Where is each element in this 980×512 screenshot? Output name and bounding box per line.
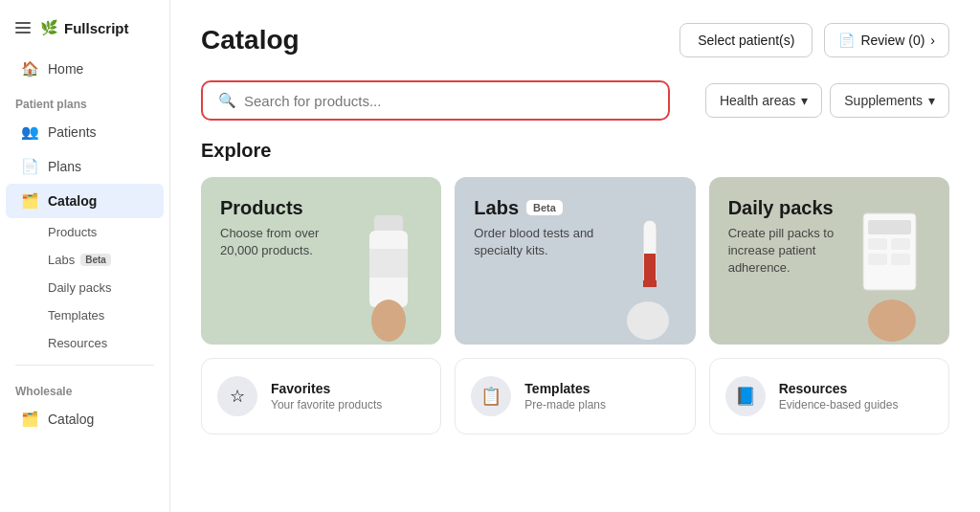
filter-buttons: Health areas ▾ Supplements ▾ xyxy=(705,83,949,118)
products-card[interactable]: Products Choose from over 20,000 product… xyxy=(201,177,441,345)
labs-card-text: Labs Beta Order blood tests and specialt… xyxy=(474,196,618,259)
health-areas-label: Health areas xyxy=(720,93,795,108)
labs-card-image xyxy=(619,196,677,345)
svg-rect-13 xyxy=(868,254,887,265)
labs-card-beta: Beta xyxy=(526,200,563,215)
header-actions: Select patient(s) 📄 Review (0) › xyxy=(679,23,949,57)
products-card-image xyxy=(355,196,422,345)
chevron-down-icon-2: ▾ xyxy=(928,93,935,108)
products-card-desc: Choose from over 20,000 products. xyxy=(220,225,355,259)
resources-card[interactable]: 📘 Resources Evidence-based guides xyxy=(709,358,949,434)
templates-icon: 📋 xyxy=(471,376,511,416)
explore-section: Explore Products Choose from over 20,000… xyxy=(170,140,980,457)
catalog-icon: 🗂️ xyxy=(21,192,38,210)
explore-title: Explore xyxy=(201,140,949,162)
hamburger-icon[interactable] xyxy=(15,22,31,33)
labs-card-title-row: Labs Beta xyxy=(474,196,618,219)
sidebar-catalog-label: Catalog xyxy=(48,193,97,209)
logo: 🌿 Fullscript xyxy=(40,19,129,36)
sidebar-sub-labs[interactable]: Labs Beta xyxy=(6,246,164,274)
templates-card-text: Templates Pre-made plans xyxy=(524,381,606,412)
logo-icon: 🌿 xyxy=(40,19,58,36)
home-icon: 🏠 xyxy=(21,60,38,78)
supplements-button[interactable]: Supplements ▾ xyxy=(830,83,949,118)
supplements-label: Supplements xyxy=(844,93,923,108)
sidebar-patients-label: Patients xyxy=(48,124,97,140)
labs-card-title: Labs xyxy=(474,196,519,219)
favorites-card-desc: Your favorite products xyxy=(271,398,382,412)
sidebar-wholesale-catalog-label: Catalog xyxy=(48,412,94,427)
sidebar-item-plans[interactable]: 📄 Plans xyxy=(6,149,164,184)
labs-beta-badge: Beta xyxy=(80,254,111,266)
health-areas-button[interactable]: Health areas ▾ xyxy=(705,83,822,118)
wholesale-catalog-icon: 🗂️ xyxy=(21,411,38,428)
svg-rect-0 xyxy=(374,215,403,233)
search-area: 🔍 Health areas ▾ Supplements ▾ xyxy=(170,73,980,140)
logo-text: Fullscript xyxy=(64,20,129,36)
sidebar-sub-products[interactable]: Products xyxy=(6,218,164,246)
page-title: Catalog xyxy=(201,25,300,56)
search-input[interactable] xyxy=(244,93,653,109)
labs-card[interactable]: Labs Beta Order blood tests and specialt… xyxy=(455,177,695,345)
sidebar-item-wholesale-catalog[interactable]: 🗂️ Catalog xyxy=(6,402,164,436)
chevron-down-icon: ▾ xyxy=(801,93,808,108)
plans-icon: 📄 xyxy=(21,158,38,175)
svg-point-8 xyxy=(868,300,916,342)
templates-card[interactable]: 📋 Templates Pre-made plans xyxy=(455,358,695,434)
products-card-text: Products Choose from over 20,000 product… xyxy=(220,196,355,259)
review-button[interactable]: 📄 Review (0) › xyxy=(824,23,949,57)
search-wrapper: 🔍 xyxy=(201,80,670,121)
daily-packs-card-text: Daily packs Create pill packs to increas… xyxy=(728,196,844,278)
svg-rect-12 xyxy=(891,238,910,250)
sidebar-divider xyxy=(15,365,154,366)
pill-pack-svg xyxy=(844,196,930,345)
review-icon: 📄 xyxy=(838,33,855,48)
top-cards-grid: Products Choose from over 20,000 product… xyxy=(201,177,949,345)
sidebar: 🌿 Fullscript 🏠 Home Patient plans 👥 Pati… xyxy=(0,0,170,512)
daily-packs-card-image xyxy=(844,196,930,345)
sidebar-sub-resources[interactable]: Resources xyxy=(6,329,164,357)
templates-card-desc: Pre-made plans xyxy=(524,398,606,412)
main-content: Catalog Select patient(s) 📄 Review (0) ›… xyxy=(170,0,980,512)
resources-card-text: Resources Evidence-based guides xyxy=(779,381,899,412)
sidebar-item-home[interactable]: 🏠 Home xyxy=(6,52,164,86)
search-container: 🔍 xyxy=(201,80,670,121)
select-patient-button[interactable]: Select patient(s) xyxy=(679,23,813,57)
sidebar-plans-label: Plans xyxy=(48,159,81,174)
svg-rect-7 xyxy=(643,280,657,287)
favorites-icon: ☆ xyxy=(217,376,257,416)
patient-plans-label: Patient plans xyxy=(0,86,169,115)
page-header: Catalog Select patient(s) 📄 Review (0) › xyxy=(170,0,980,73)
svg-point-4 xyxy=(627,301,669,340)
favorites-card-title: Favorites xyxy=(271,381,382,396)
sidebar-sub-daily-packs[interactable]: Daily packs xyxy=(6,274,164,301)
sidebar-sub-templates[interactable]: Templates xyxy=(6,301,164,329)
sidebar-item-patients[interactable]: 👥 Patients xyxy=(6,115,164,149)
review-label: Review (0) xyxy=(860,33,924,48)
resources-card-title: Resources xyxy=(779,381,899,396)
pill-bottle-svg xyxy=(355,196,422,345)
search-icon: 🔍 xyxy=(218,92,236,109)
patients-icon: 👥 xyxy=(21,123,38,141)
resources-icon: 📘 xyxy=(725,376,766,416)
favorites-card-text: Favorites Your favorite products xyxy=(271,381,382,412)
svg-point-3 xyxy=(371,300,406,342)
favorites-card[interactable]: ☆ Favorites Your favorite products xyxy=(201,358,441,434)
svg-rect-11 xyxy=(868,238,887,250)
svg-rect-14 xyxy=(891,254,910,265)
resources-card-desc: Evidence-based guides xyxy=(779,398,899,412)
wholesale-label: Wholesale xyxy=(0,373,169,402)
labs-label: Labs xyxy=(48,253,75,267)
bottom-cards-grid: ☆ Favorites Your favorite products 📋 Tem… xyxy=(201,358,949,434)
labs-card-desc: Order blood tests and specialty kits. xyxy=(474,225,618,259)
daily-packs-card[interactable]: Daily packs Create pill packs to increas… xyxy=(709,177,949,345)
sidebar-home-label: Home xyxy=(48,61,83,77)
chevron-right-icon: › xyxy=(930,33,935,48)
sidebar-item-catalog[interactable]: 🗂️ Catalog xyxy=(6,184,164,218)
templates-card-title: Templates xyxy=(524,381,606,396)
daily-packs-card-desc: Create pill packs to increase patient ad… xyxy=(728,225,844,278)
daily-packs-card-title: Daily packs xyxy=(728,196,844,219)
blood-tube-svg xyxy=(619,196,677,345)
svg-rect-10 xyxy=(868,220,911,234)
svg-rect-2 xyxy=(369,249,408,278)
